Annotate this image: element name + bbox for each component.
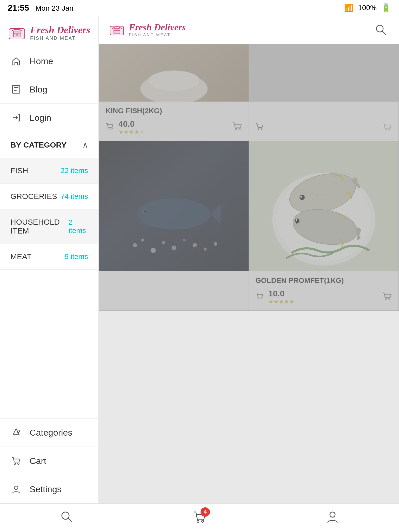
nav-cart[interactable]: Cart bbox=[0, 447, 98, 475]
dark-fish-bg bbox=[99, 141, 249, 271]
king-fish-price: 40.0 bbox=[118, 119, 144, 129]
cart-label: Cart bbox=[30, 456, 46, 466]
svg-point-47 bbox=[202, 520, 204, 522]
nav-settings[interactable]: Settings bbox=[0, 475, 98, 503]
bottom-profile[interactable] bbox=[326, 510, 339, 526]
svg-point-21 bbox=[389, 129, 390, 130]
svg-point-43 bbox=[385, 298, 387, 300]
king-fish-cart-right[interactable] bbox=[232, 121, 242, 134]
category-meat[interactable]: MEAT 9 items bbox=[0, 244, 98, 270]
svg-point-16 bbox=[235, 128, 237, 130]
battery-icon: 🔋 bbox=[381, 3, 391, 13]
category-meat-count: 9 items bbox=[65, 252, 88, 261]
content-logo: Fresh Delivers FISH AND MEAT bbox=[109, 22, 186, 37]
product-card-golden-promfet: GOLDEN PROMFET(1KG) bbox=[249, 141, 398, 310]
bottom-profile-icon bbox=[326, 510, 339, 526]
svg-point-18 bbox=[258, 128, 259, 130]
category-meat-name: MEAT bbox=[10, 252, 31, 261]
empty-add-to-cart[interactable] bbox=[255, 122, 264, 133]
sidebar-logo: Fresh Delivers FISH AND MEAT bbox=[0, 16, 98, 47]
svg-point-15 bbox=[111, 128, 112, 129]
king-fish-add-to-cart[interactable] bbox=[105, 122, 114, 133]
svg-point-17 bbox=[239, 128, 240, 130]
home-label: Home bbox=[30, 56, 53, 66]
settings-icon bbox=[10, 483, 22, 495]
bottom-navigation: 4 bbox=[0, 503, 399, 532]
golden-promfet-image bbox=[249, 141, 398, 271]
svg-point-13 bbox=[148, 71, 200, 91]
svg-point-30 bbox=[214, 242, 217, 246]
status-time: 21:55 bbox=[8, 3, 29, 12]
svg-point-26 bbox=[172, 245, 176, 250]
svg-point-41 bbox=[258, 298, 259, 299]
content-logo-title: Fresh Delivers bbox=[129, 22, 186, 33]
sidebar-bottom-nav: Categories Cart bbox=[0, 418, 98, 503]
svg-point-19 bbox=[261, 128, 262, 130]
status-time-date: 21:55 Mon 23 Jan bbox=[8, 3, 74, 13]
category-household-name: HOUSEHOLD ITEM bbox=[10, 218, 69, 235]
battery-text: 100% bbox=[358, 4, 377, 12]
blog-icon bbox=[10, 84, 22, 95]
golden-promfet-add-to-cart[interactable] bbox=[255, 292, 264, 302]
content-area: Fresh Delivers FISH AND MEAT bbox=[99, 16, 399, 503]
golden-promfet-cart-right[interactable] bbox=[382, 291, 392, 303]
cart-icon bbox=[10, 455, 22, 467]
bottom-cart-icon: 4 bbox=[193, 510, 206, 526]
cart-badge: 4 bbox=[201, 507, 210, 517]
svg-point-25 bbox=[162, 241, 165, 244]
svg-point-32 bbox=[143, 209, 148, 214]
category-header-text: BY CATEGORY bbox=[10, 141, 66, 149]
svg-point-6 bbox=[14, 463, 16, 464]
sidebar: Fresh Delivers FISH AND MEAT Home Blog bbox=[0, 16, 99, 503]
svg-point-42 bbox=[261, 298, 262, 299]
golden-promfet-name: GOLDEN PROMFET(1KG) bbox=[255, 276, 392, 285]
svg-point-2 bbox=[16, 34, 18, 36]
content-logo-icon bbox=[109, 22, 125, 37]
golden-promfet-price: 10.0 bbox=[268, 289, 294, 298]
category-header[interactable]: BY CATEGORY ∧ bbox=[0, 132, 98, 158]
wifi-icon: 📶 bbox=[345, 4, 354, 12]
search-button[interactable] bbox=[373, 22, 389, 37]
category-fish-count: 22 items bbox=[61, 167, 88, 175]
nav-categories[interactable]: Categories bbox=[0, 418, 98, 447]
bottom-cart[interactable]: 4 bbox=[193, 510, 206, 526]
golden-promfet-bottom: 10.0 ★★★★★ bbox=[255, 289, 392, 305]
svg-point-27 bbox=[183, 239, 186, 241]
logo-icon bbox=[8, 23, 26, 42]
categories-label: Categories bbox=[30, 428, 72, 438]
king-fish-info: KING FISH(2KG) bbox=[99, 102, 249, 141]
login-icon bbox=[10, 112, 22, 123]
dark-fish-image bbox=[99, 141, 249, 271]
svg-point-20 bbox=[385, 129, 387, 130]
product-card-king-fish: KING FISH(2KG) bbox=[99, 44, 249, 141]
nav-login[interactable]: Login bbox=[0, 104, 98, 132]
status-bar: 21:55 Mon 23 Jan 📶 100% 🔋 bbox=[0, 0, 399, 16]
home-icon bbox=[10, 55, 22, 67]
categories-icon bbox=[10, 427, 22, 438]
category-household[interactable]: HOUSEHOLD ITEM 2 items bbox=[0, 209, 98, 244]
product-section: KING FISH(2KG) bbox=[99, 44, 399, 311]
category-fish[interactable]: FISH 22 items bbox=[0, 158, 98, 184]
category-groceries[interactable]: GROCERIES 74 items bbox=[0, 184, 98, 209]
bottom-search-icon bbox=[60, 510, 73, 526]
empty-image bbox=[249, 44, 398, 102]
king-fish-name: KING FISH(2KG) bbox=[105, 107, 242, 115]
login-label: Login bbox=[30, 113, 51, 123]
category-groceries-name: GROCERIES bbox=[10, 192, 57, 201]
svg-point-28 bbox=[193, 243, 197, 247]
golden-promfet-stars: ★★★★★ bbox=[268, 298, 294, 305]
nav-blog[interactable]: Blog bbox=[0, 75, 98, 104]
main-container: Fresh Delivers FISH AND MEAT Home Blog bbox=[0, 16, 399, 503]
svg-point-23 bbox=[141, 238, 144, 242]
golden-promfet-info: GOLDEN PROMFET(1KG) bbox=[249, 271, 398, 310]
empty-cart-right[interactable] bbox=[382, 121, 392, 134]
bottom-search[interactable] bbox=[60, 510, 73, 526]
svg-point-24 bbox=[151, 248, 156, 253]
nav-home[interactable]: Home bbox=[0, 47, 98, 75]
product-card-dark bbox=[99, 141, 249, 310]
product-card-empty bbox=[249, 44, 398, 141]
status-date: Mon 23 Jan bbox=[35, 4, 73, 12]
king-fish-stars: ★★★★★ bbox=[118, 129, 144, 136]
king-fish-image bbox=[99, 44, 249, 102]
svg-point-7 bbox=[18, 463, 19, 464]
